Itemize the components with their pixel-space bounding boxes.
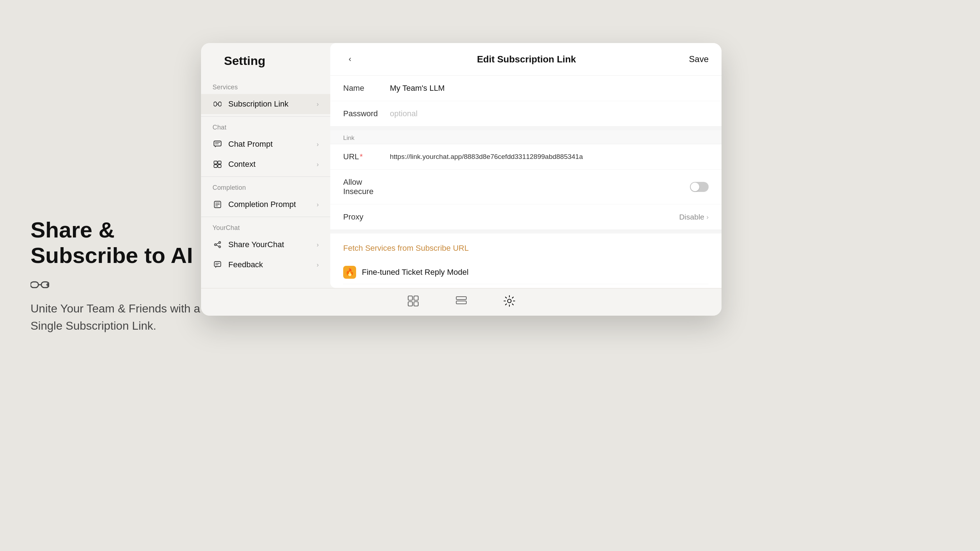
fetch-services-link[interactable]: Fetch Services from Subscribe URL [343, 244, 709, 253]
feedback-icon [213, 260, 223, 270]
svg-rect-30 [408, 302, 412, 306]
sidebar-item-subscription-link[interactable]: Subscription Link › [201, 94, 330, 114]
svg-rect-7 [214, 141, 221, 146]
chevron-right-icon: › [317, 100, 319, 108]
svg-rect-10 [214, 161, 217, 164]
share-icon [213, 240, 223, 250]
sidebar-item-label: Chat Prompt [228, 140, 317, 149]
chevron-right-icon: › [317, 141, 319, 148]
back-button[interactable]: ‹ [343, 52, 357, 66]
link-section-header: Link [330, 130, 722, 144]
name-password-section: Name My Team's LLM Password optional [330, 76, 722, 127]
section-label-chat: Chat [201, 119, 330, 134]
main-body: Name My Team's LLM Password optional Lin… [330, 76, 722, 288]
proxy-row: Proxy Disable › [330, 205, 722, 230]
sidebar-item-label: Completion Prompt [228, 200, 317, 209]
service-item-general-ai: General AI Assistant [343, 284, 709, 288]
sidebar-item-share-yourchat[interactable]: Share YourChat › [201, 235, 330, 255]
svg-rect-11 [218, 161, 221, 164]
service-name: Fine-tuned Ticket Reply Model [362, 268, 468, 277]
svg-rect-12 [214, 165, 217, 168]
name-value[interactable]: My Team's LLM [390, 84, 709, 93]
svg-rect-23 [214, 262, 221, 267]
password-row: Password optional [330, 101, 722, 126]
section-label-yourchat: YourChat [201, 219, 330, 235]
sidebar-item-context[interactable]: Context › [201, 154, 330, 174]
sidebar-item-label: Feedback [228, 260, 317, 269]
proxy-chevron-icon: › [706, 213, 709, 221]
svg-rect-29 [414, 296, 418, 300]
main-content: ‹ Edit Subscription Link Save Name My Te… [330, 43, 722, 288]
password-label: Password [343, 109, 390, 118]
password-value[interactable]: optional [390, 109, 709, 118]
chevron-right-icon: › [317, 201, 319, 208]
section-divider-2 [330, 230, 722, 233]
save-button[interactable]: Save [689, 54, 709, 64]
proxy-label: Proxy [343, 212, 679, 222]
svg-rect-5 [218, 102, 221, 106]
service-item-fine-tuned: 🔥 Fine-tuned Ticket Reply Model [343, 261, 709, 284]
sidebar-item-chat-prompt[interactable]: Chat Prompt › [201, 134, 330, 154]
sidebar-item-label: Share YourChat [228, 240, 317, 249]
allow-insecure-row: Allow Insecure [330, 170, 722, 205]
name-row: Name My Team's LLM [330, 76, 722, 101]
name-label: Name [343, 84, 390, 93]
url-value[interactable]: https://link.yourchat.app/8883d8e76cefdd… [390, 153, 709, 161]
svg-rect-31 [414, 302, 418, 306]
main-header: ‹ Edit Subscription Link Save [330, 43, 722, 76]
bottom-nav-settings[interactable] [503, 295, 515, 307]
url-row: URL https://link.yourchat.app/8883d8e76c… [330, 144, 722, 170]
sidebar: Setting Services Subscription Link › Cha… [201, 43, 330, 288]
sidebar-item-feedback[interactable]: Feedback › [201, 255, 330, 275]
chevron-right-icon: › [317, 161, 319, 168]
hero-section: Share & Subscribe to AI Unite Your Team … [30, 217, 217, 334]
svg-point-20 [219, 246, 221, 248]
svg-point-19 [215, 244, 216, 246]
link-section: URL https://link.yourchat.app/8883d8e76c… [330, 144, 722, 230]
bottom-nav [201, 288, 722, 316]
sidebar-item-completion-prompt[interactable]: Completion Prompt › [201, 194, 330, 214]
chevron-right-icon: › [317, 261, 319, 269]
svg-point-34 [508, 299, 511, 303]
context-icon [213, 159, 223, 169]
section-label-completion: Completion [201, 179, 330, 194]
svg-rect-13 [218, 165, 221, 168]
link-icon [213, 99, 223, 109]
chain-link-icon [30, 278, 217, 291]
section-divider [330, 127, 722, 130]
hero-subtitle: Unite Your Team & Friends with a Single … [30, 300, 210, 334]
app-window: Setting Services Subscription Link › Cha… [201, 43, 722, 316]
bottom-nav-list[interactable] [455, 295, 468, 307]
chevron-right-icon: › [317, 241, 319, 249]
main-header-title: Edit Subscription Link [364, 54, 689, 65]
completion-prompt-icon [213, 200, 223, 210]
section-label-services: Services [201, 79, 330, 94]
svg-rect-4 [213, 102, 217, 106]
sidebar-item-label: Context [228, 160, 317, 169]
hero-title: Share & Subscribe to AI [30, 217, 217, 268]
svg-line-22 [216, 245, 219, 246]
chat-prompt-icon [213, 139, 223, 149]
bottom-nav-apps[interactable] [407, 295, 419, 307]
svg-rect-28 [408, 296, 412, 300]
allow-insecure-toggle[interactable] [690, 182, 709, 192]
allow-insecure-label: Allow Insecure [343, 178, 390, 196]
sidebar-title: Setting [213, 54, 319, 75]
svg-line-21 [216, 243, 219, 244]
svg-rect-33 [456, 301, 466, 304]
svg-rect-32 [456, 297, 466, 300]
svg-rect-0 [30, 282, 38, 287]
url-label: URL [343, 152, 390, 162]
proxy-disable-button[interactable]: Disable › [679, 213, 709, 221]
fine-tuned-icon: 🔥 [343, 266, 356, 279]
sidebar-item-label: Subscription Link [228, 99, 317, 109]
svg-point-18 [219, 242, 221, 244]
fetch-section: Fetch Services from Subscribe URL 🔥 Fine… [330, 233, 722, 288]
